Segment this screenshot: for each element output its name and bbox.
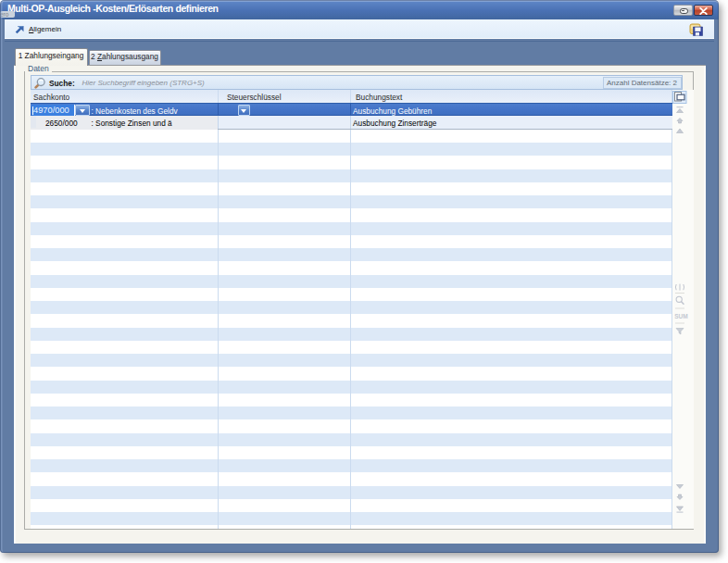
svg-text:SUM: SUM [674,313,687,319]
